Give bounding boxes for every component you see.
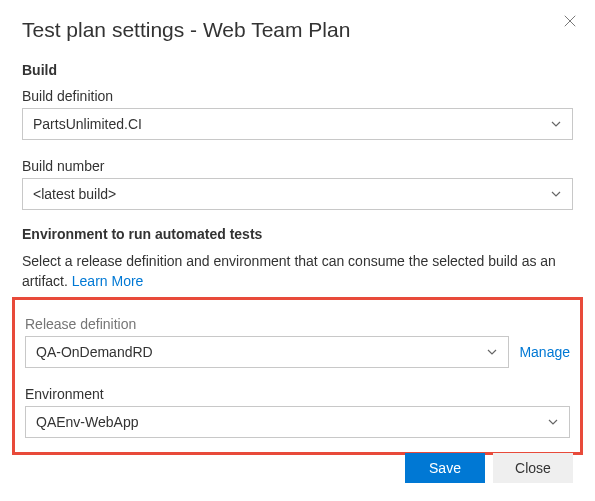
dialog-container: Test plan settings - Web Team Plan Build… (0, 0, 595, 501)
learn-more-link[interactable]: Learn More (72, 273, 144, 289)
close-icon[interactable] (563, 14, 577, 32)
release-definition-dropdown[interactable]: QA-OnDemandRD (25, 336, 509, 368)
release-definition-value: QA-OnDemandRD (36, 344, 153, 360)
build-number-dropdown[interactable]: <latest build> (22, 178, 573, 210)
environment-label: Environment (25, 386, 570, 402)
close-button[interactable]: Close (493, 453, 573, 483)
build-definition-value: PartsUnlimited.CI (33, 116, 142, 132)
highlighted-section: Release definition QA-OnDemandRD Manage … (12, 297, 583, 455)
dialog-button-row: Save Close (405, 453, 573, 483)
build-number-value: <latest build> (33, 186, 116, 202)
environment-value: QAEnv-WebApp (36, 414, 138, 430)
environment-helper-text: Select a release definition and environm… (22, 252, 573, 291)
release-definition-label: Release definition (25, 316, 570, 332)
build-definition-label: Build definition (22, 88, 573, 104)
dialog-title: Test plan settings - Web Team Plan (22, 18, 573, 42)
manage-link[interactable]: Manage (519, 344, 570, 360)
chevron-down-icon (486, 346, 498, 358)
save-button[interactable]: Save (405, 453, 485, 483)
build-section-header: Build (22, 62, 573, 78)
chevron-down-icon (550, 118, 562, 130)
environment-dropdown[interactable]: QAEnv-WebApp (25, 406, 570, 438)
build-definition-dropdown[interactable]: PartsUnlimited.CI (22, 108, 573, 140)
chevron-down-icon (550, 188, 562, 200)
build-number-label: Build number (22, 158, 573, 174)
chevron-down-icon (547, 416, 559, 428)
environment-section-header: Environment to run automated tests (22, 226, 573, 242)
